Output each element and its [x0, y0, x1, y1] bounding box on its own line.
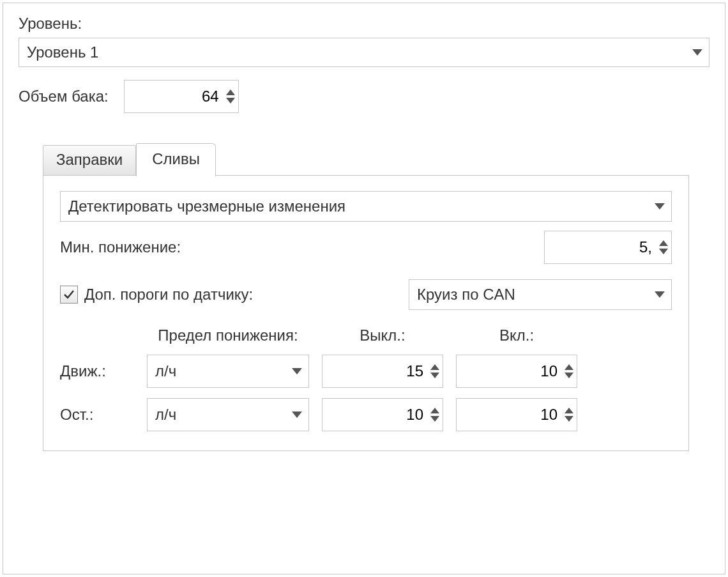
- level-label: Уровень:: [19, 15, 709, 33]
- moving-off-spinner[interactable]: [322, 355, 443, 388]
- detect-mode-select[interactable]: Детектировать чрезмерные изменения: [60, 191, 672, 222]
- min-drop-label: Мин. понижение:: [60, 238, 181, 256]
- moving-unit-select[interactable]: л/ч: [147, 355, 309, 388]
- tab-drains[interactable]: Сливы: [136, 143, 216, 176]
- spinner-up-icon[interactable]: [430, 408, 439, 413]
- detect-mode-value: Детектировать чрезмерные изменения: [68, 197, 649, 215]
- level-select-value: Уровень 1: [27, 43, 687, 61]
- moving-on-spinner[interactable]: [456, 355, 577, 388]
- extra-thresholds-checkbox[interactable]: [60, 286, 78, 304]
- moving-off-input[interactable]: [322, 355, 430, 387]
- tab-drains-body: Детектировать чрезмерные изменения Мин. …: [43, 175, 689, 451]
- header-limit: Предел понижения:: [147, 327, 309, 344]
- tabs: Заправки Сливы Детектировать чрезмерные …: [43, 142, 689, 451]
- tank-volume-input[interactable]: [125, 81, 225, 112]
- tank-volume-spinner[interactable]: [124, 80, 239, 113]
- tank-volume-label: Объем бака:: [19, 88, 109, 105]
- moving-on-input[interactable]: [457, 355, 564, 387]
- chevron-down-icon: [655, 291, 665, 298]
- spinner-up-icon[interactable]: [565, 408, 573, 413]
- spinner-down-icon[interactable]: [430, 416, 439, 422]
- stopped-unit-value: л/ч: [155, 406, 287, 424]
- chevron-down-icon: [655, 203, 665, 210]
- spinner-up-icon[interactable]: [430, 364, 439, 370]
- spinner-down-icon[interactable]: [565, 416, 573, 422]
- spinner-up-icon[interactable]: [659, 240, 668, 246]
- sensor-select[interactable]: Круиз по CAN: [409, 279, 672, 310]
- stopped-unit-select[interactable]: л/ч: [147, 398, 309, 431]
- stopped-off-input[interactable]: [322, 399, 430, 431]
- header-on: Вкл.:: [456, 327, 577, 344]
- spinner-up-icon[interactable]: [565, 364, 573, 370]
- min-drop-spinner[interactable]: [544, 231, 672, 264]
- moving-unit-value: л/ч: [155, 362, 287, 380]
- spinner-down-icon[interactable]: [659, 249, 668, 254]
- sensor-select-value: Круиз по CAN: [417, 286, 649, 304]
- chevron-down-icon: [692, 49, 702, 56]
- settings-panel: Уровень: Уровень 1 Объем бака: Заправки …: [3, 3, 725, 574]
- stopped-on-input[interactable]: [457, 399, 564, 431]
- stopped-off-spinner[interactable]: [322, 398, 443, 431]
- spinner-down-icon[interactable]: [226, 98, 235, 104]
- stopped-on-spinner[interactable]: [456, 398, 577, 431]
- chevron-down-icon: [292, 412, 302, 418]
- spinner-down-icon[interactable]: [430, 373, 439, 378]
- extra-thresholds-label: Доп. пороги по датчику:: [84, 286, 253, 304]
- level-select[interactable]: Уровень 1: [19, 38, 709, 67]
- row-moving-label: Движ.:: [60, 362, 134, 380]
- tab-refuels[interactable]: Заправки: [43, 145, 136, 176]
- header-off: Выкл.:: [322, 327, 443, 344]
- spinner-down-icon[interactable]: [565, 373, 573, 378]
- chevron-down-icon: [292, 368, 302, 374]
- min-drop-input[interactable]: [545, 231, 658, 263]
- checkmark-icon: [63, 289, 75, 300]
- row-stopped-label: Ост.:: [60, 406, 134, 424]
- spinner-up-icon[interactable]: [226, 89, 235, 95]
